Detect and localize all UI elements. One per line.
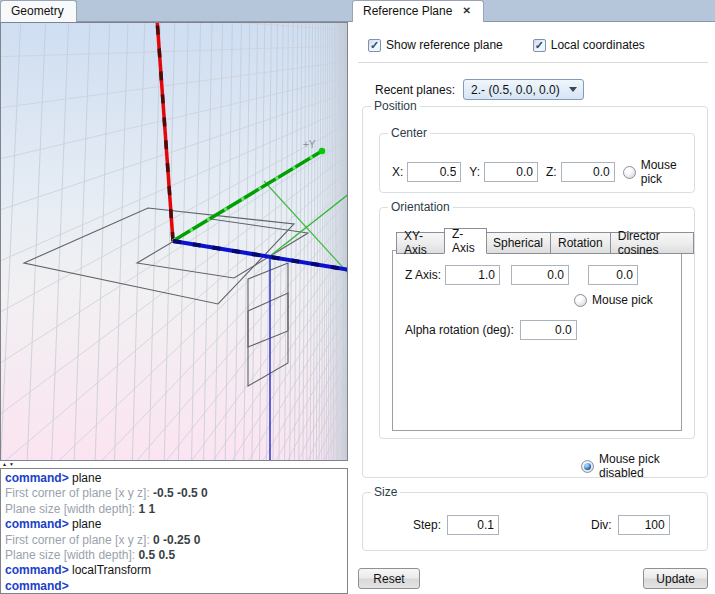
tab-director-cosines[interactable]: Director cosines	[611, 232, 694, 254]
mouse-pick-disabled-row: Mouse pick disabled	[581, 452, 707, 480]
size-group: Size Step: Div:	[362, 492, 708, 551]
center-mouse-pick-radio[interactable]: Mouse pick	[623, 158, 694, 186]
tab-geometry[interactable]: Geometry	[0, 0, 77, 22]
splitter-down-icon[interactable]: ▼	[9, 462, 14, 467]
console-line: command>	[5, 579, 343, 594]
console-prompt-text: Plane size [width depth]:	[5, 502, 138, 516]
mouse-pick-disabled-radio[interactable]: Mouse pick disabled	[581, 452, 707, 480]
checkbox-checked-icon: ✓	[368, 39, 381, 52]
console-prompt: command>	[5, 517, 69, 531]
console-prompt: command>	[5, 563, 69, 577]
tab-reference-plane[interactable]: Reference Plane ✕	[352, 0, 484, 22]
chevron-down-icon	[569, 87, 577, 92]
z-axis-z-input[interactable]	[588, 265, 638, 285]
left-tabstrip: Geometry	[0, 0, 350, 22]
console-prompt-text: Plane size [width depth]:	[5, 548, 138, 562]
center-y-input[interactable]	[484, 162, 538, 182]
reference-plane-pane: Reference Plane ✕ ✓ Show reference plane…	[350, 0, 715, 594]
checkbox-local-coordinates-label: Local coordinates	[551, 38, 645, 52]
radio-selected-icon	[581, 460, 594, 473]
z-axis-label: Z Axis:	[405, 268, 441, 282]
checkbox-row: ✓ Show reference plane ✓ Local coordinat…	[350, 38, 715, 52]
tab-z-axis[interactable]: Z-Axis	[444, 228, 487, 254]
splitter-up-icon[interactable]: ▲	[2, 462, 7, 467]
console-command: plane	[69, 517, 102, 531]
y-axis-label: +Y	[303, 139, 316, 150]
recent-planes-dropdown[interactable]: 2.- (0.5, 0.0, 0.0)	[463, 79, 584, 100]
checkbox-show-reference-plane-label: Show reference plane	[386, 38, 503, 52]
radio-icon	[574, 294, 587, 307]
z-axis-mouse-pick-row: Mouse pick	[574, 293, 681, 307]
y-axis-endpoint-dot	[319, 148, 325, 154]
checkbox-show-reference-plane[interactable]: ✓ Show reference plane	[368, 38, 503, 52]
size-group-label: Size	[371, 485, 400, 499]
console-line: Plane size [width depth]: 0.5 0.5	[5, 548, 343, 563]
center-mouse-pick-label: Mouse pick	[641, 158, 694, 186]
separator	[358, 62, 708, 63]
step-label: Step:	[413, 518, 441, 532]
tab-spherical[interactable]: Spherical	[486, 232, 551, 254]
alpha-rotation-label: Alpha rotation (deg):	[405, 323, 514, 337]
alpha-rotation-row: Alpha rotation (deg):	[405, 320, 681, 340]
console-prompt-text: First corner of plane [x y z]:	[5, 486, 153, 500]
reference-plane-panel: ✓ Show reference plane ✓ Local coordinat…	[350, 22, 715, 594]
command-console[interactable]: command> plane First corner of plane [x …	[0, 468, 348, 594]
z-axis-mouse-pick-label: Mouse pick	[592, 293, 653, 307]
tab-rotation[interactable]: Rotation	[551, 232, 611, 254]
orientation-group-label: Orientation	[388, 200, 453, 214]
center-group-label: Center	[388, 126, 430, 140]
console-value: 1 1	[138, 502, 155, 516]
console-line: command> plane	[5, 471, 343, 486]
update-button[interactable]: Update	[643, 568, 708, 589]
checkbox-local-coordinates[interactable]: ✓ Local coordinates	[533, 38, 645, 52]
z-axis-y-input[interactable]	[511, 265, 569, 285]
z-axis-x-input[interactable]	[445, 265, 500, 285]
center-row: X: Y: Z: Mouse pick	[392, 158, 694, 186]
console-line: command> plane	[5, 517, 343, 532]
console-prompt: command>	[5, 471, 69, 485]
tab-xy-axis[interactable]: XY-Axis	[396, 232, 445, 254]
button-row: Reset Update	[350, 568, 715, 589]
center-group: Center X: Y: Z: Mouse pick	[379, 133, 695, 193]
console-line: First corner of plane [x y z]: 0 -0.25 0	[5, 533, 343, 548]
recent-planes-label: Recent planes:	[375, 83, 455, 97]
radio-icon	[623, 166, 636, 179]
reset-button[interactable]: Reset	[358, 568, 420, 589]
center-z-input[interactable]	[561, 162, 615, 182]
z-axis-row: Z Axis:	[405, 265, 681, 285]
alpha-rotation-input[interactable]	[520, 320, 577, 340]
console-command: plane	[69, 471, 102, 485]
viewport-console-splitter[interactable]: ▲ ▼	[0, 461, 350, 468]
right-tabstrip: Reference Plane ✕	[350, 0, 715, 22]
viewport-3d[interactable]: +Y	[0, 22, 348, 461]
z-axis-mouse-pick-radio[interactable]: Mouse pick	[574, 293, 653, 307]
step-input[interactable]	[447, 515, 499, 535]
div-input[interactable]	[618, 515, 670, 535]
center-x-label: X:	[392, 165, 403, 179]
mouse-pick-disabled-label: Mouse pick disabled	[599, 452, 707, 480]
geometry-pane: Geometry	[0, 0, 350, 594]
application-window: Geometry	[0, 0, 715, 594]
tab-geometry-label: Geometry	[11, 4, 64, 18]
size-row: Step: Div:	[413, 515, 707, 535]
z-axis-tab-panel: Z Axis: Mouse pick Alpha r	[392, 250, 682, 431]
recent-planes-value: 2.- (0.5, 0.0, 0.0)	[471, 83, 560, 97]
orientation-group: Orientation XY-Axis Z-Axis Spherical Rot…	[379, 207, 695, 439]
console-line: command> localTransform	[5, 563, 343, 578]
console-value: -0.5 -0.5 0	[153, 486, 208, 500]
console-line: Plane size [width depth]: 1 1	[5, 502, 343, 517]
console-prompt-text: First corner of plane [x y z]:	[5, 533, 153, 547]
close-icon[interactable]: ✕	[462, 6, 470, 16]
orientation-tabs: XY-Axis Z-Axis Spherical Rotation Direct…	[396, 228, 694, 254]
recent-planes-row: Recent planes: 2.- (0.5, 0.0, 0.0)	[350, 79, 715, 100]
checkbox-checked-icon: ✓	[533, 39, 546, 52]
console-line: First corner of plane [x y z]: -0.5 -0.5…	[5, 486, 343, 501]
center-x-input[interactable]	[407, 162, 461, 182]
div-label: Div:	[591, 518, 612, 532]
center-z-label: Z:	[546, 165, 557, 179]
console-value: 0.5 0.5	[138, 548, 175, 562]
position-group-label: Position	[371, 99, 420, 113]
center-y-label: Y:	[469, 165, 480, 179]
console-command: localTransform	[69, 563, 151, 577]
position-group: Position Center X: Y: Z: Mouse pick	[362, 106, 708, 478]
